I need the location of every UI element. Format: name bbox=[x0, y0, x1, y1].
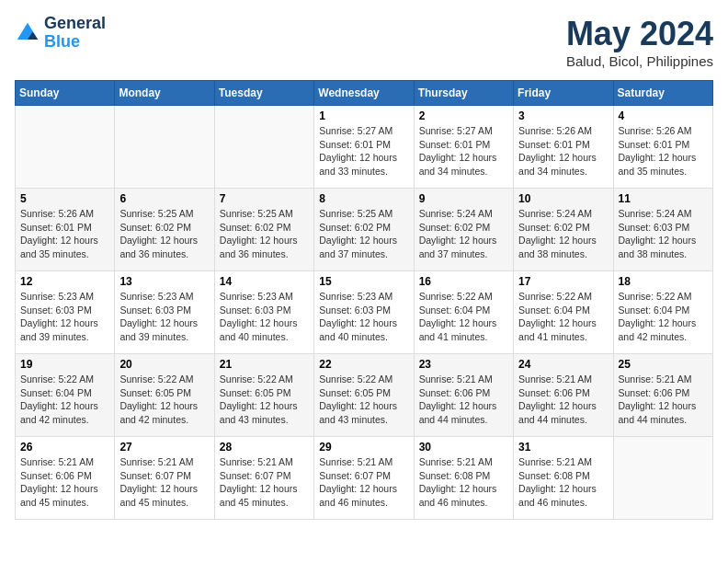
calendar-cell: 18Sunrise: 5:22 AMSunset: 6:04 PMDayligh… bbox=[613, 271, 712, 354]
day-info: Sunrise: 5:21 AMSunset: 6:07 PMDaylight:… bbox=[220, 455, 309, 510]
calendar-cell: 14Sunrise: 5:23 AMSunset: 6:03 PMDayligh… bbox=[214, 271, 313, 354]
logo-text: General Blue bbox=[44, 15, 106, 52]
day-number: 18 bbox=[619, 275, 708, 288]
day-info: Sunrise: 5:22 AMSunset: 6:05 PMDaylight:… bbox=[119, 373, 209, 427]
day-info: Sunrise: 5:22 AMSunset: 6:05 PMDaylight:… bbox=[220, 373, 309, 427]
day-number: 24 bbox=[518, 358, 608, 371]
day-info: Sunrise: 5:26 AMSunset: 6:01 PMDaylight:… bbox=[20, 207, 109, 261]
calendar-cell: 8Sunrise: 5:25 AMSunset: 6:02 PMDaylight… bbox=[314, 189, 414, 271]
day-number: 7 bbox=[220, 192, 309, 205]
day-number: 15 bbox=[319, 275, 408, 288]
calendar-cell: 26Sunrise: 5:21 AMSunset: 6:06 PMDayligh… bbox=[16, 437, 115, 520]
day-number: 1 bbox=[319, 109, 408, 122]
day-number: 23 bbox=[419, 358, 508, 371]
calendar-cell: 31Sunrise: 5:21 AMSunset: 6:08 PMDayligh… bbox=[514, 437, 613, 520]
column-header-saturday: Saturday bbox=[613, 81, 712, 106]
day-number: 8 bbox=[319, 192, 408, 205]
day-info: Sunrise: 5:23 AMSunset: 6:03 PMDaylight:… bbox=[319, 290, 408, 344]
calendar-cell: 10Sunrise: 5:24 AMSunset: 6:02 PMDayligh… bbox=[514, 189, 613, 271]
week-row-5: 26Sunrise: 5:21 AMSunset: 6:06 PMDayligh… bbox=[16, 437, 713, 520]
column-header-friday: Friday bbox=[514, 81, 613, 106]
day-number: 21 bbox=[220, 358, 309, 371]
header: General Blue May 2024 Balud, Bicol, Phil… bbox=[15, 15, 713, 69]
week-row-1: 1Sunrise: 5:27 AMSunset: 6:01 PMDaylight… bbox=[16, 106, 713, 189]
day-number: 13 bbox=[119, 275, 209, 288]
day-number: 11 bbox=[619, 192, 708, 205]
calendar-cell: 16Sunrise: 5:22 AMSunset: 6:04 PMDayligh… bbox=[414, 271, 513, 354]
calendar-cell: 15Sunrise: 5:23 AMSunset: 6:03 PMDayligh… bbox=[314, 271, 414, 354]
day-number: 16 bbox=[419, 275, 508, 288]
day-number: 9 bbox=[419, 192, 508, 205]
day-info: Sunrise: 5:25 AMSunset: 6:02 PMDaylight:… bbox=[319, 207, 408, 261]
day-number: 29 bbox=[319, 441, 408, 454]
calendar-cell bbox=[16, 106, 115, 189]
day-info: Sunrise: 5:24 AMSunset: 6:03 PMDaylight:… bbox=[619, 207, 708, 261]
day-info: Sunrise: 5:23 AMSunset: 6:03 PMDaylight:… bbox=[220, 290, 309, 344]
day-info: Sunrise: 5:22 AMSunset: 6:04 PMDaylight:… bbox=[419, 290, 508, 344]
day-info: Sunrise: 5:27 AMSunset: 6:01 PMDaylight:… bbox=[419, 124, 508, 178]
day-number: 30 bbox=[419, 441, 508, 454]
column-header-monday: Monday bbox=[115, 81, 214, 106]
day-number: 4 bbox=[619, 109, 708, 122]
day-number: 10 bbox=[518, 192, 608, 205]
week-row-2: 5Sunrise: 5:26 AMSunset: 6:01 PMDaylight… bbox=[16, 189, 713, 271]
calendar-cell bbox=[214, 106, 313, 189]
day-number: 22 bbox=[319, 358, 408, 371]
calendar-cell: 21Sunrise: 5:22 AMSunset: 6:05 PMDayligh… bbox=[214, 354, 313, 437]
day-info: Sunrise: 5:21 AMSunset: 6:06 PMDaylight:… bbox=[419, 373, 508, 427]
calendar-cell: 3Sunrise: 5:26 AMSunset: 6:01 PMDaylight… bbox=[514, 106, 613, 189]
calendar-cell: 20Sunrise: 5:22 AMSunset: 6:05 PMDayligh… bbox=[115, 354, 214, 437]
calendar-cell: 24Sunrise: 5:21 AMSunset: 6:06 PMDayligh… bbox=[514, 354, 613, 437]
calendar-cell: 17Sunrise: 5:22 AMSunset: 6:04 PMDayligh… bbox=[514, 271, 613, 354]
calendar-cell bbox=[115, 106, 214, 189]
day-number: 12 bbox=[20, 275, 109, 288]
header-row: SundayMondayTuesdayWednesdayThursdayFrid… bbox=[16, 81, 713, 106]
calendar-cell: 22Sunrise: 5:22 AMSunset: 6:05 PMDayligh… bbox=[314, 354, 414, 437]
day-info: Sunrise: 5:22 AMSunset: 6:04 PMDaylight:… bbox=[619, 290, 708, 344]
calendar-cell: 30Sunrise: 5:21 AMSunset: 6:08 PMDayligh… bbox=[414, 437, 513, 520]
day-info: Sunrise: 5:25 AMSunset: 6:02 PMDaylight:… bbox=[119, 207, 209, 261]
calendar-cell: 25Sunrise: 5:21 AMSunset: 6:06 PMDayligh… bbox=[613, 354, 712, 437]
week-row-4: 19Sunrise: 5:22 AMSunset: 6:04 PMDayligh… bbox=[16, 354, 713, 437]
calendar-cell: 23Sunrise: 5:21 AMSunset: 6:06 PMDayligh… bbox=[414, 354, 513, 437]
logo: General Blue bbox=[15, 15, 106, 52]
column-header-wednesday: Wednesday bbox=[314, 81, 414, 106]
calendar-cell bbox=[613, 437, 712, 520]
logo-icon bbox=[15, 20, 40, 46]
day-info: Sunrise: 5:21 AMSunset: 6:06 PMDaylight:… bbox=[619, 373, 708, 427]
calendar-cell: 5Sunrise: 5:26 AMSunset: 6:01 PMDaylight… bbox=[16, 189, 115, 271]
day-info: Sunrise: 5:21 AMSunset: 6:07 PMDaylight:… bbox=[119, 455, 209, 510]
day-number: 14 bbox=[220, 275, 309, 288]
calendar-cell: 28Sunrise: 5:21 AMSunset: 6:07 PMDayligh… bbox=[214, 437, 313, 520]
day-info: Sunrise: 5:21 AMSunset: 6:06 PMDaylight:… bbox=[20, 455, 109, 510]
calendar-cell: 9Sunrise: 5:24 AMSunset: 6:02 PMDaylight… bbox=[414, 189, 513, 271]
day-info: Sunrise: 5:21 AMSunset: 6:08 PMDaylight:… bbox=[419, 455, 508, 510]
day-number: 20 bbox=[119, 358, 209, 371]
day-number: 25 bbox=[619, 358, 708, 371]
day-number: 28 bbox=[220, 441, 309, 454]
day-number: 31 bbox=[518, 441, 608, 454]
calendar-cell: 1Sunrise: 5:27 AMSunset: 6:01 PMDaylight… bbox=[314, 106, 414, 189]
day-info: Sunrise: 5:27 AMSunset: 6:01 PMDaylight:… bbox=[319, 124, 408, 178]
calendar-cell: 11Sunrise: 5:24 AMSunset: 6:03 PMDayligh… bbox=[613, 189, 712, 271]
day-number: 5 bbox=[20, 192, 109, 205]
day-info: Sunrise: 5:22 AMSunset: 6:04 PMDaylight:… bbox=[20, 373, 109, 427]
week-row-3: 12Sunrise: 5:23 AMSunset: 6:03 PMDayligh… bbox=[16, 271, 713, 354]
day-info: Sunrise: 5:21 AMSunset: 6:08 PMDaylight:… bbox=[518, 455, 608, 510]
day-number: 26 bbox=[20, 441, 109, 454]
day-info: Sunrise: 5:24 AMSunset: 6:02 PMDaylight:… bbox=[518, 207, 608, 261]
column-header-thursday: Thursday bbox=[414, 81, 513, 106]
calendar-cell: 12Sunrise: 5:23 AMSunset: 6:03 PMDayligh… bbox=[16, 271, 115, 354]
calendar-subtitle: Balud, Bicol, Philippines bbox=[566, 53, 713, 69]
day-info: Sunrise: 5:22 AMSunset: 6:04 PMDaylight:… bbox=[518, 290, 608, 344]
calendar-cell: 7Sunrise: 5:25 AMSunset: 6:02 PMDaylight… bbox=[214, 189, 313, 271]
calendar-cell: 6Sunrise: 5:25 AMSunset: 6:02 PMDaylight… bbox=[115, 189, 214, 271]
calendar-cell: 4Sunrise: 5:26 AMSunset: 6:01 PMDaylight… bbox=[613, 106, 712, 189]
day-info: Sunrise: 5:21 AMSunset: 6:07 PMDaylight:… bbox=[319, 455, 408, 510]
day-number: 2 bbox=[419, 109, 508, 122]
day-info: Sunrise: 5:25 AMSunset: 6:02 PMDaylight:… bbox=[220, 207, 309, 261]
calendar-cell: 13Sunrise: 5:23 AMSunset: 6:03 PMDayligh… bbox=[115, 271, 214, 354]
title-area: May 2024 Balud, Bicol, Philippines bbox=[566, 15, 713, 69]
calendar-cell: 19Sunrise: 5:22 AMSunset: 6:04 PMDayligh… bbox=[16, 354, 115, 437]
column-header-sunday: Sunday bbox=[16, 81, 115, 106]
